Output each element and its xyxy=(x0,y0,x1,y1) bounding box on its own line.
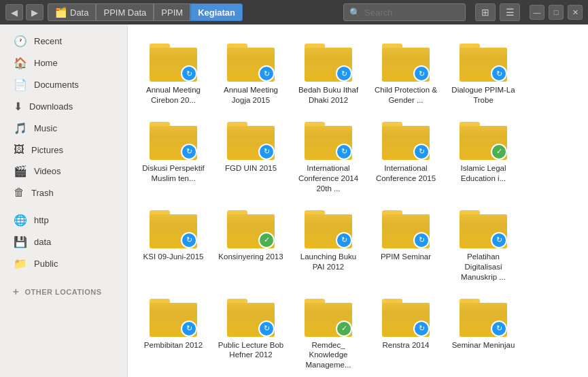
documents-icon: 📄 xyxy=(14,78,27,91)
folder-icon: ↻ xyxy=(150,208,197,248)
sidebar-item-data[interactable]: 💾 data xyxy=(3,231,124,252)
music-icon: 🎵 xyxy=(14,122,27,135)
sidebar-item-downloads[interactable]: ⬇ Downloads xyxy=(3,96,124,117)
folder-icon: ↻ xyxy=(382,119,430,160)
folder-icon: ↻ xyxy=(382,208,430,248)
file-label: Remdec_ Knowledge Manageme... xyxy=(294,340,362,371)
other-locations-section[interactable]: ＋ Other Locations xyxy=(0,280,127,301)
recent-icon: 🕐 xyxy=(14,35,27,48)
file-item-fgd-uin[interactable]: ↻ FGD UIN 2015 xyxy=(213,114,288,199)
file-item-seminar-meninjau[interactable]: ↻ Seminar Meninjau xyxy=(446,291,521,376)
sync-badge: ↻ xyxy=(181,321,197,337)
folder-icon: ↻ xyxy=(227,296,275,337)
titlebar: ◀ ▶ 🗂️ Data PPIM Data PPIM Kegiatan 🔍 ⊞ … xyxy=(0,0,588,24)
file-item-dialogue-ppim[interactable]: ↻ Dialogue PPIM-La Trobe xyxy=(446,35,521,111)
file-item-annual-cirebon[interactable]: ↻ Annual Meeting Cirebon 20... xyxy=(136,35,211,111)
sidebar-item-documents[interactable]: 📄 Documents xyxy=(3,74,124,95)
minimize-button[interactable]: — xyxy=(530,5,544,20)
file-label: Annual Meeting Cirebon 20... xyxy=(139,85,207,105)
file-label: Public Lecture Bob Hefner 2012 xyxy=(217,340,285,361)
breadcrumb-ppim-data[interactable]: PPIM Data xyxy=(96,3,154,21)
folder-icon: ↻ xyxy=(382,41,430,82)
list-view-button[interactable]: ☰ xyxy=(500,3,520,21)
folder-icon: ↻ xyxy=(150,41,197,82)
search-box[interactable]: 🔍 xyxy=(343,3,466,21)
sync-badge: ↻ xyxy=(336,232,352,248)
file-label: Renstra 2014 xyxy=(382,340,429,350)
sidebar-item-music[interactable]: 🎵 Music xyxy=(3,118,124,139)
folder-icon: ↻ xyxy=(150,119,197,160)
file-label: Diskusi Perspektif Muslim ten... xyxy=(139,163,207,184)
sidebar-item-recent-label: Recent xyxy=(34,36,62,46)
folder-icon: ✓ xyxy=(305,296,352,337)
file-item-launching-buku[interactable]: ↻ Launching Buku PAI 2012 xyxy=(291,202,366,288)
file-item-ksi-juni[interactable]: ↻ KSI 09-Juni-2015 xyxy=(136,202,211,288)
file-label: Bedah Buku Ithaf Dhaki 2012 xyxy=(294,85,362,105)
file-item-remdec[interactable]: ✓ Remdec_ Knowledge Manageme... xyxy=(291,291,366,376)
sidebar-item-pictures[interactable]: 🖼 Pictures xyxy=(3,140,124,160)
sidebar-item-recent[interactable]: 🕐 Recent xyxy=(3,31,124,52)
search-input[interactable] xyxy=(364,7,460,18)
file-item-public-lecture[interactable]: ↻ Public Lecture Bob Hefner 2012 xyxy=(213,291,288,376)
window-controls: — □ ✕ xyxy=(530,5,583,20)
file-label: Pembibitan 2012 xyxy=(144,340,203,350)
folder-icon: ↻ xyxy=(150,296,197,337)
file-item-pembibitan[interactable]: ↻ Pembibitan 2012 xyxy=(136,291,211,376)
folder-icon: ✓ xyxy=(227,208,275,248)
breadcrumb-data-label: Data xyxy=(70,7,88,18)
sidebar-item-http-label: http xyxy=(34,215,49,225)
files-grid: ↻ Annual Meeting Cirebon 20... ↻ Annual … xyxy=(136,35,580,377)
file-item-annual-jogja[interactable]: ↻ Annual Meeting Jogja 2015 xyxy=(213,35,288,111)
file-item-ppim-seminar[interactable]: ↻ PPIM Seminar xyxy=(368,202,443,288)
sidebar-item-trash[interactable]: 🗑 Trash xyxy=(3,182,124,203)
sidebar-item-videos[interactable]: 🎬 Videos xyxy=(3,161,124,182)
sync-badge: ↻ xyxy=(491,321,507,337)
folder-icon: ↻ xyxy=(460,41,507,82)
sync-badge: ↻ xyxy=(413,144,430,160)
breadcrumb-data[interactable]: 🗂️ Data xyxy=(48,3,96,21)
file-item-renstra[interactable]: ↻ Renstra 2014 xyxy=(368,291,443,376)
forward-button[interactable]: ▶ xyxy=(26,4,44,20)
sync-badge: ↻ xyxy=(336,65,352,82)
maximize-button[interactable]: □ xyxy=(549,5,564,20)
back-button[interactable]: ◀ xyxy=(5,4,23,20)
grid-view-button[interactable]: ⊞ xyxy=(475,3,496,21)
close-button[interactable]: ✕ xyxy=(568,5,583,20)
breadcrumb-kegiatan[interactable]: Kegiatan xyxy=(190,3,243,21)
file-item-pelatihan[interactable]: ↻ Pelatihan Digitalisasi Manuskrip ... xyxy=(446,202,521,288)
file-item-islamic-legal[interactable]: ✓ Islamic Legal Education i... xyxy=(446,114,521,199)
sidebar-item-downloads-label: Downloads xyxy=(29,101,73,112)
folder-icon: ↻ xyxy=(382,296,430,337)
sidebar-item-home[interactable]: 🏠 Home xyxy=(3,52,124,73)
file-item-konsinyering[interactable]: ✓ Konsinyering 2013 xyxy=(213,202,288,288)
file-label: Islamic Legal Education i... xyxy=(449,163,517,184)
sync-badge: ↻ xyxy=(181,232,197,248)
folder-icon: ↻ xyxy=(460,208,507,248)
sidebar-item-http[interactable]: 🌐 http xyxy=(3,210,124,231)
file-label: Pelatihan Digitalisasi Manuskrip ... xyxy=(449,252,517,282)
file-item-intl-conf-2015[interactable]: ↻ International Conference 2015 xyxy=(368,114,443,199)
other-locations-label: Other Locations xyxy=(25,288,102,296)
sync-badge: ↻ xyxy=(413,65,430,82)
file-label: FGD UIN 2015 xyxy=(225,163,277,174)
file-item-bedah-buku[interactable]: ↻ Bedah Buku Ithaf Dhaki 2012 xyxy=(291,35,366,111)
file-item-intl-conf-2014[interactable]: ↻ International Conference 2014 20th ... xyxy=(291,114,366,199)
sync-badge: ↻ xyxy=(491,65,507,82)
pictures-icon: 🖼 xyxy=(14,144,24,156)
file-label: International Conference 2015 xyxy=(372,163,440,184)
breadcrumb-ppim[interactable]: PPIM xyxy=(154,3,190,21)
home-icon: 🏠 xyxy=(14,56,27,69)
file-item-child-protection[interactable]: ↻ Child Protection & Gender ... xyxy=(368,35,443,111)
folder-icon: ↻ xyxy=(305,119,352,160)
sidebar-item-trash-label: Trash xyxy=(31,188,54,198)
sidebar-item-public-label: Public xyxy=(34,259,58,269)
file-label: Seminar Meninjau xyxy=(452,340,515,350)
navigation-controls: ◀ ▶ xyxy=(5,4,44,20)
sidebar-item-public[interactable]: 📁 Public xyxy=(3,253,124,274)
sidebar-item-videos-label: Videos xyxy=(34,166,61,176)
breadcrumb: 🗂️ Data PPIM Data PPIM Kegiatan xyxy=(48,3,339,21)
file-label: Konsinyering 2013 xyxy=(218,252,283,262)
folder-icon: ↻ xyxy=(227,119,275,160)
file-item-diskusi-perspektif[interactable]: ↻ Diskusi Perspektif Muslim ten... xyxy=(136,114,211,199)
folder-icon: ↻ xyxy=(305,208,352,248)
